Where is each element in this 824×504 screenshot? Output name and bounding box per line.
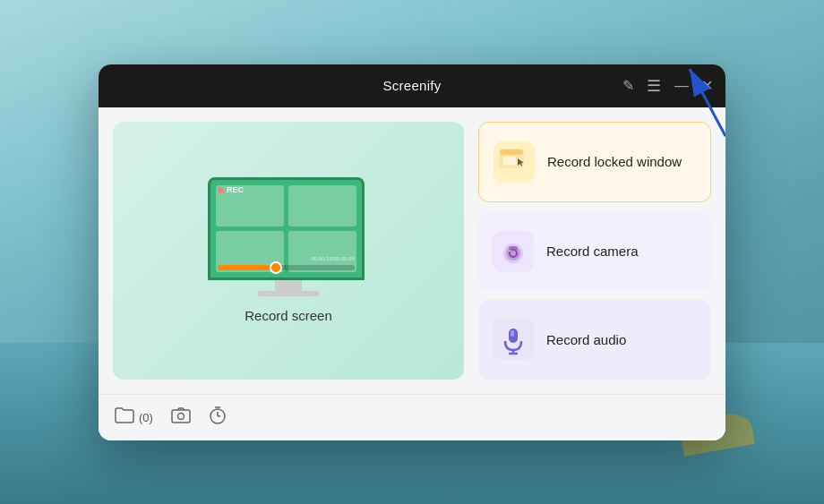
monitor-stand	[275, 280, 302, 291]
timer-icon	[209, 406, 227, 429]
camera-label: Record camera	[546, 243, 639, 259]
svg-rect-4	[503, 157, 516, 165]
svg-rect-11	[509, 246, 518, 251]
app-window: Screenify ✎ ☰ — ✕ REC	[99, 64, 725, 440]
monitor-cell-1	[216, 185, 284, 226]
locked-window-label: Record locked window	[547, 154, 682, 169]
toolbar-screenshot[interactable]	[171, 407, 191, 428]
svg-line-1	[690, 69, 725, 136]
right-panel: Record locked window Recor	[478, 122, 711, 380]
record-camera-card[interactable]: Record camera	[478, 211, 711, 291]
monitor-time: 00:00:10/00:00:20	[312, 256, 355, 261]
arrow-annotation	[636, 64, 725, 145]
monitor-progress-fill	[218, 265, 272, 270]
folder-icon	[115, 407, 134, 428]
monitor-progress-bar	[218, 265, 355, 270]
app-title: Screenify	[382, 78, 441, 93]
monitor-cell-2	[288, 185, 356, 226]
locked-window-icon	[494, 141, 535, 183]
record-screen-label: Record screen	[245, 308, 332, 323]
svg-point-9	[511, 251, 516, 256]
audio-label: Record audio	[546, 332, 626, 347]
svg-point-17	[177, 413, 184, 419]
svg-rect-16	[172, 410, 190, 423]
svg-rect-3	[500, 149, 523, 155]
bottom-toolbar: (0)	[99, 394, 725, 440]
toolbar-timer[interactable]	[209, 406, 227, 429]
monitor-base	[257, 291, 320, 296]
record-screen-panel[interactable]: REC 00:00:10/00:00:20	[113, 122, 464, 380]
folder-count: (0)	[139, 411, 153, 424]
monitor-illustration: REC 00:00:10/00:00:20	[208, 177, 369, 294]
title-bar: Screenify ✎ ☰ — ✕	[99, 64, 725, 107]
toolbar-folder[interactable]: (0)	[115, 407, 153, 428]
edit-icon[interactable]: ✎	[622, 79, 634, 93]
main-content: REC 00:00:10/00:00:20	[99, 107, 725, 394]
audio-icon	[493, 319, 534, 360]
camera-icon	[493, 231, 534, 272]
record-audio-card[interactable]: Record audio	[478, 300, 711, 380]
monitor-screen: REC 00:00:10/00:00:20	[208, 177, 365, 280]
screenshot-icon	[171, 407, 191, 428]
svg-rect-15	[511, 330, 514, 337]
